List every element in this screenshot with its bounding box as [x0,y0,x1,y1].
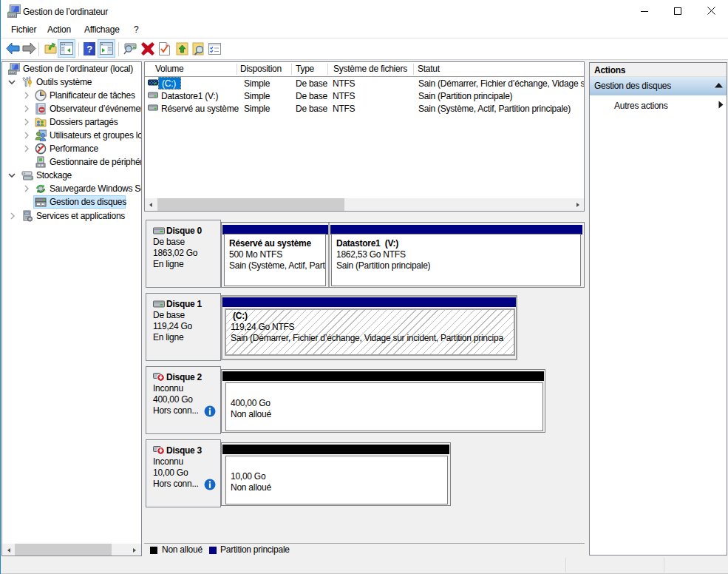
svg-text:?: ? [86,44,92,55]
